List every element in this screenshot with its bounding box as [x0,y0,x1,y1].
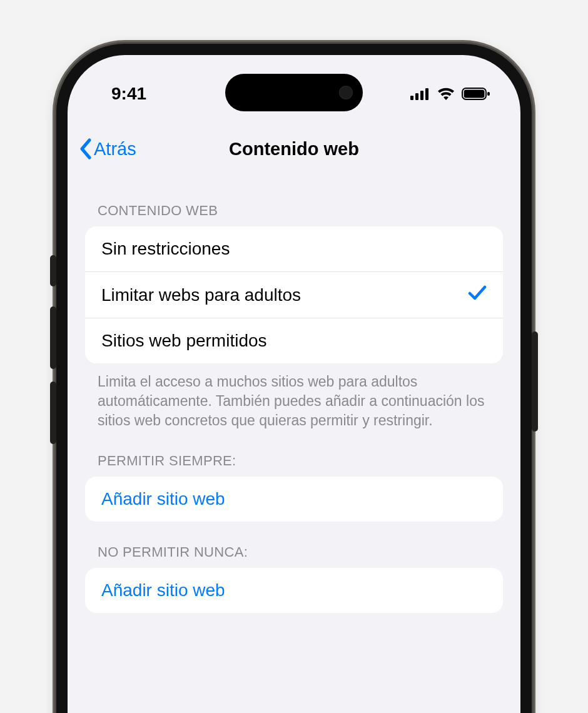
chevron-left-icon [79,138,93,159]
svg-rect-6 [487,92,490,96]
option-unrestricted[interactable]: Sin restricciones [85,226,503,271]
add-website-label: Añadir sitio web [101,580,225,600]
option-label: Limitar webs para adultos [101,285,301,305]
section-header-allow: PERMITIR SIEMPRE: [85,430,503,477]
nav-bar: Atrás Contenido web [68,124,520,174]
section-header-deny: NO PERMITIR NUNCA: [85,522,503,568]
svg-rect-3 [425,88,428,100]
group-deny: Añadir sitio web [85,568,503,613]
back-label: Atrás [94,139,136,159]
add-website-label: Añadir sitio web [101,489,225,509]
volume-down-button[interactable] [50,382,56,444]
battery-icon [462,87,490,101]
svg-rect-2 [420,91,423,100]
status-bar: 9:41 [68,75,520,113]
status-time: 9:41 [111,84,146,104]
option-allowed-only[interactable]: Sitios web permitidos [85,318,503,363]
content-scroll[interactable]: CONTENIDO WEB Sin restricciones Limitar … [68,180,520,713]
add-deny-website-button[interactable]: Añadir sitio web [85,568,503,613]
wifi-icon [437,87,455,101]
svg-rect-5 [464,90,485,98]
group-allow: Añadir sitio web [85,477,503,522]
phone-frame: 9:41 [56,44,532,713]
volume-up-button[interactable] [50,306,56,369]
mute-switch[interactable] [50,255,56,286]
group-web-content: Sin restricciones Limitar webs para adul… [85,226,503,363]
option-label: Sitios web permitidos [101,331,267,351]
section-footer-web-content: Limita el acceso a muchos sitios web par… [85,363,503,430]
cellular-icon [410,88,430,100]
section-header-web-content: CONTENIDO WEB [85,180,503,226]
option-label: Sin restricciones [101,239,230,259]
svg-rect-1 [415,93,418,100]
checkmark-icon [468,285,487,305]
option-limit-adult[interactable]: Limitar webs para adultos [85,271,503,318]
power-button[interactable] [532,331,538,432]
add-allow-website-button[interactable]: Añadir sitio web [85,477,503,522]
svg-rect-0 [410,96,413,100]
back-button[interactable]: Atrás [79,138,136,159]
page-title: Contenido web [229,139,359,159]
